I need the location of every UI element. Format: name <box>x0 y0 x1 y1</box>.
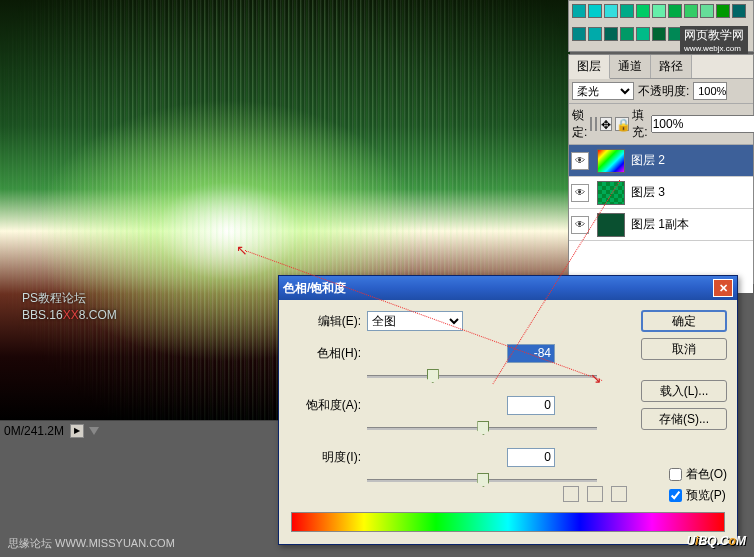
tab-paths[interactable]: 路径 <box>651 55 692 78</box>
fill-input[interactable] <box>651 115 754 133</box>
lightness-label: 明度(I): <box>289 449 361 466</box>
tab-layers[interactable]: 图层 <box>569 55 610 79</box>
saturation-label: 饱和度(A): <box>289 397 361 414</box>
hue-saturation-dialog[interactable]: 色相/饱和度 ✕ 编辑(E): 全图 色相(H): 饱和度(A): 明度(I):… <box>278 275 738 545</box>
footer-logo: UiBQ.CoM <box>687 525 746 551</box>
panel-tabs: 图层 通道 路径 <box>569 55 753 79</box>
visibility-icon[interactable]: 👁 <box>571 152 589 170</box>
layers-panel[interactable]: 图层 通道 路径 柔光 不透明度: 锁定: ✥ 🔒 填充: 👁 图层 2 👁 图… <box>568 54 754 284</box>
lock-pixels-icon[interactable] <box>595 117 597 131</box>
swatch-watermark: 网页教学网 www.webjx.com <box>680 26 748 54</box>
eyedropper-icon[interactable] <box>563 486 579 502</box>
load-button[interactable]: 载入(L)... <box>641 380 727 402</box>
fill-label: 填充: <box>632 107 647 141</box>
colorize-checkbox[interactable]: 着色(O) <box>669 466 727 483</box>
opacity-label: 不透明度: <box>638 83 689 100</box>
layer-row[interactable]: 👁 图层 3 <box>569 177 753 209</box>
spectrum-bar <box>291 512 725 532</box>
saturation-input[interactable] <box>507 396 555 415</box>
saturation-slider[interactable] <box>367 420 597 438</box>
layer-row[interactable]: 👁 图层 2 <box>569 145 753 177</box>
layer-name[interactable]: 图层 2 <box>631 152 665 169</box>
eyedropper-plus-icon[interactable] <box>587 486 603 502</box>
lightness-input[interactable] <box>507 448 555 467</box>
hue-label: 色相(H): <box>289 345 361 362</box>
layer-name[interactable]: 图层 3 <box>631 184 665 201</box>
eyedropper-minus-icon[interactable] <box>611 486 627 502</box>
layer-thumbnail[interactable] <box>597 149 625 173</box>
hue-slider[interactable] <box>367 368 597 386</box>
layer-thumbnail[interactable] <box>597 213 625 237</box>
save-button[interactable]: 存储(S)... <box>641 408 727 430</box>
lock-transparent-icon[interactable] <box>590 117 592 131</box>
arrow-head-icon: ↘ <box>590 370 602 386</box>
visibility-icon[interactable]: 👁 <box>571 184 589 202</box>
layer-list[interactable]: 👁 图层 2 👁 图层 3 👁 图层 1副本 <box>569 145 753 293</box>
edit-select[interactable]: 全图 <box>367 311 463 331</box>
menu-triangle-icon[interactable] <box>89 427 99 435</box>
arrow-head-icon: ↖ <box>236 242 248 258</box>
status-memory: 0M/241.2M <box>4 424 64 438</box>
watermark-text: PS教程论坛 BBS.16XX8.COM <box>22 290 117 324</box>
visibility-icon[interactable]: 👁 <box>571 216 589 234</box>
close-button[interactable]: ✕ <box>713 279 733 297</box>
layer-row[interactable]: 👁 图层 1副本 <box>569 209 753 241</box>
layer-name[interactable]: 图层 1副本 <box>631 216 689 233</box>
opacity-input[interactable] <box>693 82 727 100</box>
blend-mode-select[interactable]: 柔光 <box>572 82 634 100</box>
lock-position-icon[interactable]: ✥ <box>600 117 612 131</box>
cancel-button[interactable]: 取消 <box>641 338 727 360</box>
edit-label: 编辑(E): <box>289 313 361 330</box>
ok-button[interactable]: 确定 <box>641 310 727 332</box>
footer-left: 思缘论坛 WWW.MISSYUAN.COM <box>8 536 175 551</box>
tab-channels[interactable]: 通道 <box>610 55 651 78</box>
preview-checkbox[interactable]: 预览(P) <box>669 487 726 504</box>
scroll-right-icon[interactable]: ▶ <box>70 424 84 438</box>
lock-label: 锁定: <box>572 107 587 141</box>
lock-all-icon[interactable]: 🔒 <box>615 117 629 131</box>
